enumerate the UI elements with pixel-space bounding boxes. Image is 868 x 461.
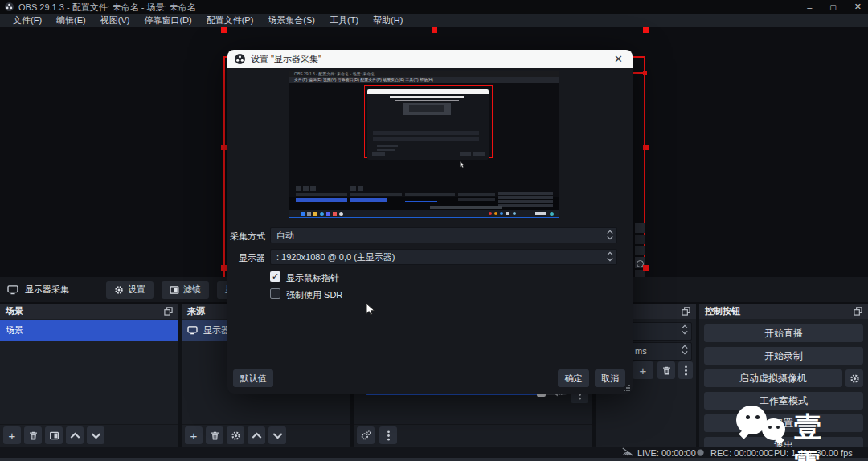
spinner-icon[interactable] — [682, 345, 688, 355]
preview-fragment — [498, 192, 553, 195]
scenes-toolbar: + — [0, 424, 178, 447]
transition-menu-button[interactable] — [678, 361, 693, 379]
resize-grip-icon[interactable] — [624, 385, 630, 391]
duration-suffix: ms — [635, 346, 647, 356]
handle-mid-left[interactable] — [221, 145, 227, 150]
display-select[interactable]: : 1920x1080 @ 0,0 (主显示器) — [270, 249, 617, 265]
scenes-dock: 场景 场景 + — [0, 304, 178, 447]
cursor-icon — [460, 161, 465, 168]
minimize-button[interactable]: – — [807, 2, 812, 12]
menu-view[interactable]: 视图(V) — [94, 14, 137, 27]
studio-mode-button[interactable]: 工作室模式 — [704, 392, 863, 410]
gear-icon — [231, 430, 241, 441]
live-signal-icon — [621, 447, 634, 458]
preview-fragment — [498, 204, 553, 207]
virtual-camera-config-button[interactable] — [845, 369, 863, 387]
dialog-preview: OBS 29.1.3 - 配置文件: 未命名 - 场景: 未命名 文件(F) 编… — [289, 71, 559, 218]
updown-icon — [682, 324, 688, 335]
show-cursor-checkbox[interactable]: ✓ — [270, 271, 280, 282]
start-streaming-button[interactable]: 开始直播 — [704, 324, 863, 342]
advanced-audio-button[interactable] — [357, 426, 375, 444]
handle-bottom-left[interactable] — [221, 265, 227, 271]
menu-profile[interactable]: 配置文件(P) — [200, 14, 260, 27]
start-recording-button[interactable]: 开始录制 — [704, 347, 863, 365]
preview-fragment — [405, 201, 437, 202]
move-scene-down-button[interactable] — [87, 426, 104, 444]
source-properties-dialog: 设置 "显示器采集" ✕ OBS 29.1.3 - 配置文件: 未命名 - 场景… — [227, 50, 633, 394]
gear-icon — [114, 285, 124, 295]
menubar: 文件(F) 编辑(E) 视图(V) 停靠窗口(D) 配置文件(P) 场景集合(S… — [0, 14, 868, 27]
handle-top-center[interactable] — [432, 27, 437, 33]
source-filters-button[interactable]: 滤镜 — [162, 281, 209, 299]
move-source-down-button[interactable] — [268, 426, 286, 444]
obs-window: OBS 29.1.3 - 配置文件: 未命名 - 场景: 未命名 – ▢ ✕ 文… — [0, 0, 868, 461]
show-cursor-label: 显示鼠标指针 — [286, 272, 339, 284]
handle-mid-right[interactable] — [643, 145, 649, 150]
menu-file[interactable]: 文件(F) — [6, 14, 48, 27]
popout-icon[interactable] — [682, 307, 690, 316]
add-scene-button[interactable]: + — [3, 426, 21, 444]
popout-icon[interactable] — [164, 307, 173, 316]
force-sdr-label: 强制使用 SDR — [286, 289, 342, 301]
preview-fragment — [635, 223, 645, 233]
wechat-icon — [762, 418, 785, 440]
add-transition-button[interactable]: + — [633, 361, 653, 379]
defaults-button[interactable]: 默认值 — [233, 369, 273, 387]
ok-button[interactable]: 确定 — [558, 369, 589, 387]
capture-method-select[interactable]: 自动 — [270, 227, 617, 243]
mouse-cursor-icon — [366, 303, 376, 316]
remove-scene-button[interactable] — [24, 426, 42, 444]
preview-fragment: OBS 29.1.3 - 配置文件: 未命名 - 场景: 未命名 — [289, 71, 559, 77]
display-label: 显示器 — [227, 252, 265, 264]
filter-icon — [49, 430, 59, 441]
maximize-button[interactable]: ▢ — [829, 3, 837, 11]
source-properties-icon-button[interactable] — [227, 426, 244, 444]
move-source-up-button[interactable] — [248, 426, 265, 444]
force-sdr-checkbox[interactable] — [270, 288, 280, 299]
preview-fragment — [296, 198, 347, 202]
remove-transition-button[interactable] — [657, 361, 675, 379]
preview-fragment — [405, 193, 455, 196]
popout-icon[interactable] — [854, 307, 862, 316]
cancel-button[interactable]: 取消 — [595, 369, 625, 387]
scene-filters-button[interactable] — [45, 426, 63, 444]
preview-fragment — [430, 206, 502, 209]
exit-button[interactable]: 退出 — [704, 437, 863, 447]
mixer-toolbar — [354, 424, 592, 447]
preview-fragment — [498, 200, 553, 203]
wechat-icon — [768, 426, 772, 429]
close-button[interactable]: ✕ — [854, 2, 862, 12]
chevron-down-icon — [272, 430, 283, 441]
handle-top-left[interactable] — [221, 27, 227, 33]
preview-fragment — [289, 217, 559, 218]
menu-tools[interactable]: 工具(T) — [323, 14, 365, 27]
add-source-button[interactable]: + — [185, 426, 203, 444]
sources-toolbar: + — [182, 424, 350, 447]
monitor-icon — [187, 326, 198, 335]
live-time: LIVE: 00:00:00 — [637, 448, 696, 458]
menu-edit[interactable]: 编辑(E) — [50, 14, 92, 27]
preview-fragment — [350, 198, 387, 202]
chevron-up-icon — [252, 430, 262, 441]
dialog-close-icon[interactable]: ✕ — [614, 53, 623, 65]
menu-docks[interactable]: 停靠窗口(D) — [137, 14, 198, 27]
source-properties-button[interactable]: 设置 — [106, 281, 154, 299]
remove-source-button[interactable] — [206, 426, 223, 444]
menu-scene-collection[interactable]: 场景集合(S) — [261, 14, 321, 27]
handle-bottom-right[interactable] — [643, 265, 649, 271]
controls-dock-header: 控制按钮 — [699, 304, 868, 319]
start-virtual-camera-button[interactable]: 启动虚拟摄像机 — [704, 369, 842, 387]
kebab-icon — [681, 365, 691, 376]
statusbar: LIVE: 00:00:00 REC: 00:00:00 CPU: 1.4%, … — [0, 447, 868, 458]
menu-help[interactable]: 帮助(H) — [366, 14, 409, 27]
preview-fragment — [458, 198, 495, 201]
handle-top-right[interactable] — [643, 27, 649, 33]
double-gear-icon — [361, 430, 371, 441]
move-scene-up-button[interactable] — [66, 426, 84, 444]
mixer-menu-button[interactable] — [379, 426, 397, 444]
preview-fragment — [350, 186, 356, 191]
watermark-text: 壹零仓 — [794, 409, 823, 461]
scene-list-item[interactable]: 场景 — [0, 320, 178, 341]
filter-icon — [170, 285, 179, 295]
titlebar: OBS 29.1.3 - 配置文件: 未命名 - 场景: 未命名 – ▢ ✕ — [0, 0, 868, 14]
